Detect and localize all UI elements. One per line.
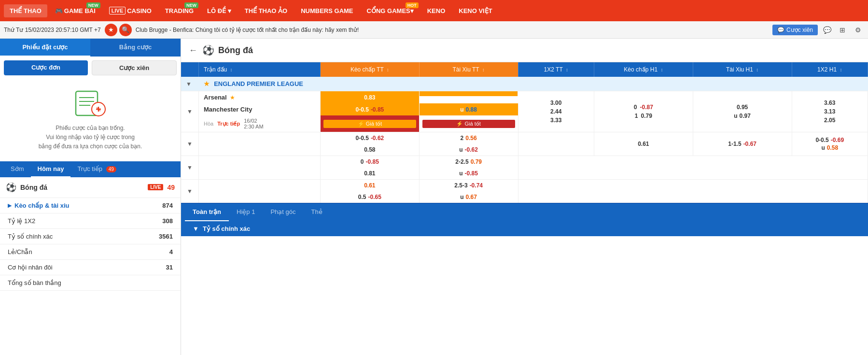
odds-row2-kc1[interactable]: 0-0.5 -0.62 — [321, 132, 420, 144]
kc-val1[interactable]: 0.83 — [364, 94, 375, 101]
nav-game-bai[interactable]: 🎮 GAME BÀI NEW — [49, 4, 101, 17]
category-ty-so-chinh-xac[interactable]: Tỷ số chính xác 3561 — [0, 229, 181, 244]
league-star-icon[interactable]: ★ — [204, 80, 210, 87]
tab-phat-goc[interactable]: Phạt góc — [263, 203, 303, 221]
expand-icon-4[interactable]: ▼ — [187, 188, 193, 195]
tab-bang-cuoc[interactable]: Bảng cược — [90, 39, 181, 57]
r3-tx-v1[interactable]: 2-2.5 — [455, 158, 468, 165]
keo-chap-tt-row2[interactable]: 0-0.5 -0.85 — [321, 103, 420, 115]
expand4[interactable]: ▼ — [181, 180, 199, 203]
nav-keno-viet[interactable]: KENO VIỆT — [453, 4, 498, 17]
cuoc-don-btn[interactable]: Cược đơn — [4, 60, 88, 75]
1x2h1-v3[interactable]: 2.05 — [824, 117, 835, 124]
match-expand-icon[interactable]: ▼ — [187, 108, 193, 115]
odds-row4-tx1[interactable]: 2.5-3 -0.74 — [419, 180, 518, 192]
odds-row3-tx1[interactable]: 2-2.5 0.79 — [419, 156, 518, 168]
tab-the[interactable]: Thẻ — [303, 203, 330, 221]
kch1-v1[interactable]: 0 — [634, 104, 637, 111]
odds-row3b-tx[interactable]: u -0.85 — [419, 168, 518, 180]
r2b-kc[interactable]: 0.58 — [364, 146, 375, 153]
league-expand[interactable]: ▼ — [181, 77, 199, 91]
r2-tx-v1[interactable]: 2 — [461, 135, 464, 142]
chat-icon-btn[interactable]: 💬 — [821, 24, 833, 36]
tab-phieu-dat-cuoc[interactable]: Phiếu đặt cược — [0, 39, 90, 57]
expand2[interactable]: ▼ — [181, 132, 199, 156]
cuoc-xien-btn[interactable]: Cược xiên — [92, 60, 177, 75]
r2-kch1[interactable]: 0.61 — [638, 141, 649, 147]
settings-icon-btn[interactable]: ⚙ — [852, 24, 864, 36]
back-button[interactable]: ← — [189, 45, 197, 56]
r3b-tx[interactable]: -0.85 — [465, 170, 478, 177]
nav-numbers-game[interactable]: NUMBERS GAME — [295, 4, 359, 17]
tab-som[interactable]: Sớm — [4, 161, 31, 177]
expand-icon-2[interactable]: ▼ — [187, 141, 193, 147]
search-icon-btn[interactable]: 🔍 — [119, 24, 132, 36]
arsenal-star-icon[interactable]: ★ — [230, 94, 235, 101]
1x2-v1[interactable]: 3.00 — [550, 99, 561, 106]
1x2-v2[interactable]: 2.44 — [550, 108, 561, 115]
1x2-v3[interactable]: 3.33 — [550, 117, 561, 124]
kc-mid-v1[interactable]: 0-0.5 — [356, 106, 369, 113]
league-expand-icon[interactable]: ▼ — [186, 81, 192, 87]
r4b-kc-v1[interactable]: 0.5 — [358, 194, 366, 200]
good-price-btn-2[interactable]: ⚡ Giá tốt — [422, 120, 515, 128]
sort-tai-xiu-tt[interactable]: ↕ — [482, 67, 485, 72]
tx-mid-v[interactable]: 0.88 — [466, 106, 477, 113]
odds-row3b-kc[interactable]: 0.81 — [321, 168, 420, 180]
r2-1x2-h1[interactable]: 0-0.5 -0.69 u 0.58 — [792, 132, 868, 156]
sort-keo-chap-h1[interactable]: ↕ — [660, 67, 663, 72]
category-le-chan[interactable]: Lẻ/Chẵn 4 — [0, 244, 181, 260]
sport-item-bong-da[interactable]: ⚽ Bóng đá LIVE 49 — [0, 177, 181, 198]
category-tong-so-ban-thang[interactable]: Tổng số bàn thắng — [0, 275, 181, 291]
screen-icon-btn[interactable]: ⊞ — [836, 24, 849, 36]
r2-tx-v2[interactable]: 0.56 — [465, 135, 476, 142]
r3-tx-v2[interactable]: 0.79 — [471, 158, 482, 165]
category-ty-le-1x2[interactable]: Tỷ lệ 1X2 308 — [0, 213, 181, 229]
tab-hiep-1[interactable]: Hiệp 1 — [229, 203, 263, 221]
sort-tran-dau[interactable]: ↕ — [230, 67, 233, 72]
nav-casino[interactable]: LIVE CASINO — [103, 4, 157, 17]
category-keo-chap[interactable]: ▶ Kèo chấp & tài xiu 874 — [0, 198, 181, 213]
match-expand-col[interactable]: ▼ — [181, 91, 199, 132]
kch1-v4[interactable]: 0.79 — [641, 113, 652, 119]
good-price-tx[interactable]: ⚡ Giá tốt — [419, 115, 518, 132]
odds-row4b-kc[interactable]: 0.5 -0.65 — [321, 191, 420, 203]
tai-xiu-tt-row1[interactable] — [420, 91, 518, 96]
sort-1x2-h1[interactable]: ↕ — [840, 67, 842, 72]
sort-1x2-tt[interactable]: ↕ — [566, 67, 568, 72]
nav-trading[interactable]: TRADING NEW — [159, 4, 199, 17]
odds-row4-kc1[interactable]: 0.61 — [321, 180, 420, 192]
odds-row2-tx1[interactable]: 2 0.56 — [419, 132, 518, 144]
r2-txh1-v2[interactable]: -0.67 — [743, 141, 756, 147]
r3b-kc[interactable]: 0.81 — [364, 170, 375, 177]
r2b-tx-v[interactable]: -0.62 — [465, 146, 478, 153]
tab-truc-tiep[interactable]: Trực tiếp 49 — [70, 161, 123, 177]
tab-hom-nay[interactable]: Hôm nay — [31, 161, 71, 177]
r4-tx-v1[interactable]: 2.5-3 — [454, 182, 467, 189]
r3-kc-v1[interactable]: 0 — [361, 158, 364, 165]
r4b-tx[interactable]: 0.67 — [466, 194, 477, 200]
expand3[interactable]: ▼ — [181, 156, 199, 180]
nav-lo-de[interactable]: LÔ ĐỀ ▾ — [201, 4, 237, 17]
sort-keo-chap-tt[interactable]: ↕ — [387, 67, 389, 72]
r2-kc-v1[interactable]: 0-0.5 — [356, 135, 369, 142]
good-price-btn-1[interactable]: ⚡ Giá tốt — [323, 120, 416, 128]
nav-the-thao[interactable]: THỂ THAO — [4, 4, 47, 17]
kc-mid-v2[interactable]: -0.85 — [371, 106, 384, 113]
r4-kc-v1[interactable]: 0.61 — [364, 182, 375, 189]
kch1-v3[interactable]: 1 — [635, 113, 638, 119]
1x2h1-v1[interactable]: 3.63 — [824, 99, 835, 106]
tab-toan-tran[interactable]: Toàn trận — [185, 203, 229, 221]
odds-row4b-tx[interactable]: u 0.67 — [419, 191, 518, 203]
r2-1x2h1-v2[interactable]: 0.58 — [827, 144, 838, 151]
nav-keno[interactable]: KENO — [421, 4, 451, 17]
good-price-kc[interactable]: ⚡ Giá tốt — [321, 115, 420, 132]
sort-tai-xiu-h1[interactable]: ↕ — [756, 67, 758, 72]
odds-row2b-kc[interactable]: 0.58 — [321, 144, 420, 156]
nav-the-thao-ao[interactable]: THỂ THAO ẢO — [239, 4, 294, 17]
odds-row2b-tx[interactable]: u -0.62 — [419, 144, 518, 156]
r4b-kc-v2[interactable]: -0.65 — [368, 194, 381, 200]
cuoc-xien-button[interactable]: 💬 Cược xiên — [772, 25, 818, 35]
tai-xiu-tt-row2[interactable]: u 0.88 — [419, 103, 518, 115]
r3-kc-v2[interactable]: -0.85 — [366, 158, 379, 165]
